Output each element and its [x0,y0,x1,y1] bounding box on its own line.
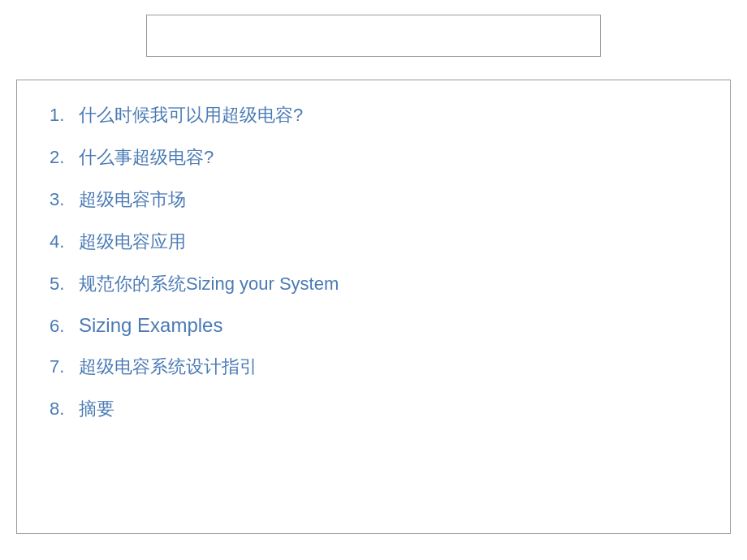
top-input-box[interactable] [146,15,601,57]
page-container: 1. 什么时候我可以用超级电容? 2. 什么事超级电容? 3. 超级电容市场 4… [0,0,747,560]
item-number: 1. [50,105,79,126]
item-number: 3. [50,189,79,210]
main-content-box: 1. 什么时候我可以用超级电容? 2. 什么事超级电容? 3. 超级电容市场 4… [16,80,731,534]
item-number: 2. [50,147,79,168]
item-text-sizing-examples: Sizing Examples [79,314,222,337]
menu-list: 1. 什么时候我可以用超级电容? 2. 什么事超级电容? 3. 超级电容市场 4… [50,103,697,421]
item-number: 7. [50,356,79,377]
item-text: 超级电容应用 [79,230,186,254]
list-item[interactable]: 5. 规范你的系统Sizing your System [50,272,697,296]
item-number: 8. [50,398,79,420]
list-item[interactable]: 4. 超级电容应用 [50,230,697,254]
item-text: 摘要 [79,397,114,421]
item-number: 6. [50,316,79,337]
item-text: 什么时候我可以用超级电容? [79,103,303,127]
list-item-sizing-examples[interactable]: 6. Sizing Examples [50,314,697,337]
list-item[interactable]: 3. 超级电容市场 [50,187,697,212]
item-text: 什么事超级电容? [79,145,214,170]
item-text: 规范你的系统Sizing your System [79,272,339,296]
list-item[interactable]: 2. 什么事超级电容? [50,145,697,170]
list-item[interactable]: 1. 什么时候我可以用超级电容? [50,103,697,127]
item-number: 5. [50,274,79,295]
list-item[interactable]: 7. 超级电容系统设计指引 [50,355,697,379]
list-item[interactable]: 8. 摘要 [50,397,697,421]
item-text: 超级电容系统设计指引 [79,355,257,379]
item-text: 超级电容市场 [79,187,186,212]
item-number: 4. [50,231,79,252]
top-area [0,0,747,71]
